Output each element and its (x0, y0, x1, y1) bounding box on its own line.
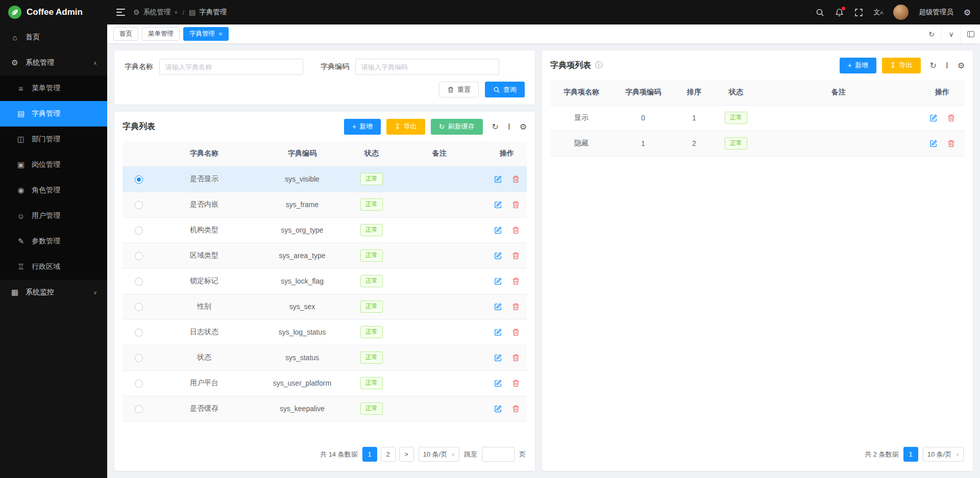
chevron-down-icon[interactable]: ∨ (941, 24, 961, 43)
info-icon[interactable]: ⓘ (595, 61, 602, 70)
fullscreen-icon[interactable] (854, 8, 863, 17)
row-radio[interactable] (135, 405, 143, 413)
search-icon[interactable] (815, 8, 824, 17)
column-settings-icon[interactable]: Ⅰ (508, 122, 510, 132)
dict-code-input[interactable] (355, 59, 499, 75)
page-button-1[interactable]: 1 (362, 447, 377, 462)
row-radio[interactable] (135, 380, 143, 388)
table-row[interactable]: 区域类型 sys_area_type 正常 (122, 243, 527, 268)
edit-icon[interactable] (494, 379, 502, 388)
delete-icon[interactable] (947, 139, 955, 148)
row-radio[interactable] (135, 329, 143, 337)
sidebar-item-dict-mgmt[interactable]: ▤ 字典管理 (0, 101, 107, 127)
delete-icon[interactable] (511, 251, 520, 260)
edit-icon[interactable] (494, 303, 502, 311)
tab-字典管理[interactable]: 字典管理 × (183, 27, 229, 41)
row-radio[interactable] (135, 252, 143, 260)
close-icon[interactable]: × (218, 31, 223, 37)
query-button[interactable]: 查询 (485, 82, 525, 97)
dict-name-field: 字典名称 (125, 59, 303, 75)
table-row[interactable]: 日志状态 sys_log_status 正常 (122, 319, 527, 345)
table-row[interactable]: 用户平台 sys_user_platform 正常 (122, 370, 527, 396)
refresh-icon[interactable]: ↻ (492, 122, 499, 132)
export-dict-button[interactable]: ↧ 导出 (386, 119, 425, 135)
sidebar-item-home[interactable]: ⌂ 首页 (0, 24, 107, 50)
delete-icon[interactable] (511, 354, 520, 362)
delete-icon[interactable] (511, 303, 520, 311)
row-radio[interactable] (135, 201, 143, 209)
edit-icon[interactable] (494, 226, 502, 235)
edit-icon[interactable] (494, 251, 502, 260)
table-row[interactable]: 显示 0 1 正常 (550, 105, 965, 131)
table-row[interactable]: 机构类型 sys_org_type 正常 (122, 217, 527, 243)
edit-icon[interactable] (494, 277, 502, 286)
row-radio[interactable] (135, 278, 143, 286)
edit-icon[interactable] (494, 405, 502, 413)
jump-page-input[interactable] (482, 447, 514, 462)
sidebar-item-system[interactable]: ⚙ 系统管理 ∧ (0, 50, 107, 76)
sidebar-item-region-mgmt[interactable]: ♖ 行政区域 (0, 254, 107, 280)
sidebar-item-param-mgmt[interactable]: ✎ 参数管理 (0, 229, 107, 254)
table-settings-icon[interactable]: ⚙ (520, 122, 527, 132)
table-row[interactable]: 隐藏 1 2 正常 (550, 131, 965, 156)
next-page-button[interactable]: > (399, 447, 414, 462)
layout-icon[interactable] (961, 24, 980, 43)
sidebar-item-menu-mgmt[interactable]: ≡ 菜单管理 (0, 76, 107, 101)
table-row[interactable]: 是否显示 sys_visible 正常 (122, 166, 527, 192)
edit-icon[interactable] (494, 328, 502, 337)
table-row[interactable]: 锁定标记 sys_lock_flag 正常 (122, 268, 527, 294)
reset-button[interactable]: 重置 (439, 82, 479, 97)
delete-icon[interactable] (511, 328, 520, 337)
refresh-icon[interactable]: ↻ (922, 24, 941, 43)
delete-icon[interactable] (511, 405, 520, 413)
menu-collapse-icon[interactable] (116, 9, 125, 16)
table-settings-icon[interactable]: ⚙ (958, 61, 965, 70)
delete-icon[interactable] (511, 226, 520, 235)
app-logo[interactable]: Coffee Admin (0, 0, 107, 24)
table-row[interactable]: 是否内嵌 sys_frame 正常 (122, 192, 527, 217)
row-radio[interactable] (135, 227, 143, 235)
edit-icon[interactable] (929, 114, 938, 122)
sidebar-item-role-mgmt[interactable]: ◉ 角色管理 (0, 178, 107, 203)
delete-icon[interactable] (511, 277, 520, 286)
refresh-cache-button[interactable]: ↻ 刷新缓存 (431, 119, 483, 135)
translate-icon[interactable]: 文A (873, 8, 883, 17)
gear-icon: ⚙ (133, 8, 140, 16)
table-row[interactable]: 状态 sys_status 正常 (122, 345, 527, 370)
row-radio[interactable] (135, 175, 143, 184)
delete-icon[interactable] (947, 114, 955, 122)
delete-icon[interactable] (511, 379, 520, 388)
sidebar-item-user-mgmt[interactable]: ☺ 用户管理 (0, 203, 107, 229)
tab-首页[interactable]: 首页 (113, 27, 138, 41)
page-size-select[interactable]: 10 条/页 ∨ (923, 447, 964, 462)
sidebar-item-post-mgmt[interactable]: ▣ 岗位管理 (0, 152, 107, 178)
page-size-select[interactable]: 10 条/页 ∨ (419, 447, 459, 462)
page-button-1[interactable]: 1 (903, 447, 918, 462)
edit-icon[interactable] (494, 175, 502, 184)
refresh-icon[interactable]: ↻ (930, 61, 937, 70)
edit-icon[interactable] (494, 354, 502, 362)
row-radio[interactable] (135, 303, 143, 311)
breadcrumb-root[interactable]: 系统管理 (143, 8, 171, 17)
download-icon: ↧ (890, 62, 896, 69)
add-item-button[interactable]: + 新增 (840, 58, 876, 73)
sidebar-item-monitor[interactable]: ▦ 系统监控 ∨ (0, 280, 107, 305)
page-button-2[interactable]: 2 (381, 447, 396, 462)
bell-icon[interactable] (835, 8, 844, 17)
delete-icon[interactable] (511, 200, 520, 209)
delete-icon[interactable] (511, 175, 520, 184)
table-row[interactable]: 性别 sys_sex 正常 (122, 294, 527, 319)
tab-菜单管理[interactable]: 菜单管理 (142, 27, 180, 41)
settings-icon[interactable]: ⚙ (964, 8, 971, 17)
sidebar-item-dept-mgmt[interactable]: ◫ 部门管理 (0, 127, 107, 152)
avatar[interactable] (893, 5, 909, 20)
edit-icon[interactable] (929, 139, 938, 148)
row-radio[interactable] (135, 354, 143, 362)
table-row[interactable]: 是否缓存 sys_keepalive 正常 (122, 396, 527, 421)
column-settings-icon[interactable]: Ⅰ (946, 61, 948, 70)
add-dict-button[interactable]: + 新增 (344, 119, 381, 135)
edit-icon[interactable] (494, 200, 502, 209)
dict-name-input[interactable] (159, 59, 303, 75)
export-item-button[interactable]: ↧ 导出 (882, 58, 921, 73)
status-badge: 正常 (360, 326, 383, 338)
